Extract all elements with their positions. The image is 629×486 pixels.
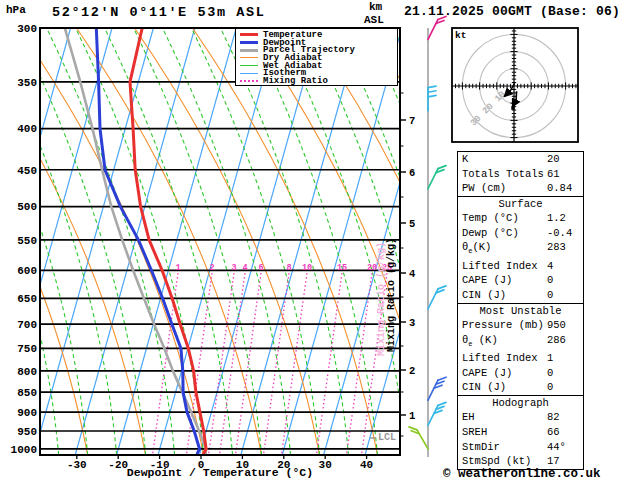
skewt-sounding-page: 3003504004505005506006507007508008509009… <box>0 0 629 486</box>
panel-row-label: θe (K) <box>462 334 498 346</box>
panel-row-label: θe(K) <box>462 241 491 253</box>
panel-row: EH82 <box>458 410 583 425</box>
km-tick-label: 4 <box>409 268 415 280</box>
legend-sample-line <box>240 65 258 66</box>
panel-row: K20 <box>458 152 583 167</box>
panel-row-label: Dewp (°C) <box>462 227 519 239</box>
pressure-tick-label: 850 <box>17 387 37 399</box>
panel-row: Totals Totals61 <box>458 167 583 182</box>
panel-row-label: Lifted Index <box>462 352 538 364</box>
wind-barb-tick <box>438 402 446 405</box>
wet-adiabat-line <box>0 28 88 455</box>
altitude-axis-unit-asl: ASL <box>364 14 384 26</box>
legend-sample-line <box>240 41 258 44</box>
panel-row: Lifted Index4 <box>458 259 583 274</box>
wind-barb <box>428 166 446 189</box>
mixing-ratio-value-label: 15 <box>337 263 347 273</box>
panel-row-value: -0.4 <box>547 226 572 241</box>
pressure-tick-label: 650 <box>17 293 37 305</box>
mixing-ratio-value-label: 2 <box>209 263 214 273</box>
temp-tick-label: 40 <box>360 459 373 471</box>
panel-row-value: 283 <box>547 240 566 255</box>
pressure-tick-label: 450 <box>17 165 37 177</box>
legend-item: Temperature <box>236 31 397 39</box>
panel-row-label: CAPE (J) <box>462 274 512 286</box>
altitude-axis-unit-km: km <box>369 1 382 13</box>
mixing-ratio-line <box>209 273 235 455</box>
panel-section: SurfaceTemp (°C)1.2Dewp (°C)-0.4θe(K)283… <box>458 196 583 303</box>
mixing-ratio-value-label: 1 <box>175 263 180 273</box>
wind-barb-tick <box>438 377 446 380</box>
pressure-tick-label: 500 <box>17 201 37 213</box>
legend-item: Mixing Ratio <box>236 77 397 85</box>
panel-row: Pressure (mb)950 <box>458 318 583 333</box>
wind-barb-tick <box>428 95 436 97</box>
dry-adiabat-line <box>0 28 88 455</box>
legend-sample-line <box>240 57 258 58</box>
panel-row-value: 82 <box>547 410 560 425</box>
panel-row-label: StmDir <box>462 441 500 453</box>
wet-adiabat-line <box>249 28 377 455</box>
mixing-ratio-value-label: 8 <box>286 263 291 273</box>
page-title: 52°12'N 0°11'E 53m ASL <box>52 5 265 20</box>
km-tick-label: 3 <box>409 317 415 329</box>
panel-row-label: Pressure (mb) <box>462 319 544 331</box>
km-tick-label: 6 <box>409 167 415 179</box>
valid-datetime: 21.11.2025 00GMT (Base: 06) <box>404 4 620 19</box>
wind-barb <box>409 427 428 449</box>
pressure-tick-label: 400 <box>17 123 37 135</box>
km-tick-label: 1 <box>409 410 415 422</box>
footer-credit: © weatheronline.co.uk <box>443 467 601 481</box>
panel-row-value: 950 <box>547 318 566 333</box>
panel-row: Temp (°C)1.2 <box>458 211 583 226</box>
temperature-axis-title: Dewpoint / Temperature (°C) <box>90 466 350 479</box>
panel-row-label: SREH <box>462 426 487 438</box>
panel-row: CIN (J)0 <box>458 288 583 303</box>
legend-sample-line <box>240 49 258 52</box>
wind-barb-tick <box>409 427 417 430</box>
wind-barb-tick <box>428 91 436 93</box>
lcl-marker-label: LCL <box>378 432 396 443</box>
wind-barb <box>428 377 446 400</box>
panel-row-value: 0 <box>547 366 553 381</box>
panel-row: θe (K)286 <box>458 333 583 352</box>
km-tick-label: 5 <box>409 218 415 230</box>
panel-row: Dewp (°C)-0.4 <box>458 226 583 241</box>
wind-barb <box>428 16 446 39</box>
pressure-tick-label: 550 <box>17 235 37 247</box>
panel-row-label: K <box>462 153 468 165</box>
legend: TemperatureDewpointParcel TrajectoryDry … <box>235 28 398 86</box>
panel-row-value: 0 <box>547 288 553 303</box>
wet-adiabat-line <box>134 28 262 455</box>
pressure-tick-label: 800 <box>17 366 37 378</box>
legend-item: Wet Adiabat <box>236 62 397 70</box>
legend-sample-line <box>240 33 258 36</box>
axis-labels: 3003504004505005506006507007508008509009… <box>11 23 416 471</box>
mixing-ratio-value-label: 4 <box>242 263 247 273</box>
panel-row-value: 0 <box>547 273 553 288</box>
panel-row-label: CIN (J) <box>462 289 506 301</box>
pressure-tick-label: 350 <box>17 77 37 89</box>
hodograph: 102030 <box>452 28 578 142</box>
legend-label: Mixing Ratio <box>263 77 328 85</box>
panel-section: Most UnstablePressure (mb)950θe (K)286Li… <box>458 303 583 395</box>
panel-section: HodographEH82SREH66StmDir44°StmSpd (kt)1… <box>458 395 583 469</box>
panel-row-label: PW (cm) <box>462 182 506 194</box>
panel-row-label: CAPE (J) <box>462 367 512 379</box>
panel-row-value: 66 <box>547 425 560 440</box>
panel-row-label: Temp (°C) <box>462 212 519 224</box>
mixing-ratio-line <box>282 273 308 455</box>
pressure-tick-label: 300 <box>17 23 37 35</box>
panel-row: SREH66 <box>458 425 583 440</box>
pressure-tick-label: 1000 <box>11 444 37 456</box>
panel-row: CIN (J)0 <box>458 380 583 395</box>
wind-barb <box>428 402 446 425</box>
pressure-axis-unit: hPa <box>6 4 26 16</box>
panel-section-title: Most Unstable <box>458 304 583 319</box>
mixing-ratio-value-label: 6 <box>258 263 263 273</box>
legend-sample-line <box>240 80 258 82</box>
panel-row-label: EH <box>462 411 475 423</box>
panel-row-value: 20 <box>547 152 560 167</box>
panel-row-value: 0.84 <box>547 181 572 196</box>
panel-row: CAPE (J)0 <box>458 366 583 381</box>
